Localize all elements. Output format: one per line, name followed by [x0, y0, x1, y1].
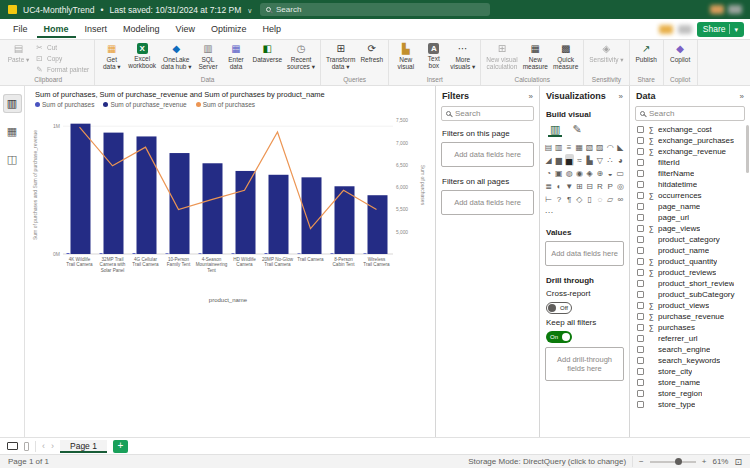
- field-product_subCategory[interactable]: product_subCategory: [630, 289, 750, 300]
- new-measure-button[interactable]: ▦New measure: [521, 41, 550, 75]
- field-product_category[interactable]: product_category: [630, 234, 750, 245]
- new-visual-calculation-button[interactable]: ⊞New visual calculation: [484, 41, 519, 75]
- zoom-out-icon[interactable]: −: [639, 457, 644, 466]
- field-checkbox[interactable]: [637, 401, 644, 408]
- visual-icon-treemap[interactable]: ▣: [554, 167, 563, 179]
- format-visual-tab[interactable]: ✎: [570, 122, 583, 137]
- field-checkbox[interactable]: [637, 137, 644, 144]
- zoom-slider[interactable]: [650, 461, 696, 463]
- field-exchange_cost[interactable]: ∑exchange_cost: [630, 124, 750, 135]
- tab-file[interactable]: File: [6, 21, 35, 38]
- autosave-caret-icon[interactable]: [247, 4, 252, 15]
- field-search_keywords[interactable]: search_keywords: [630, 355, 750, 366]
- visual-icon-line-chart[interactable]: ◠: [606, 141, 615, 153]
- visual-icon-narrative[interactable]: ¶: [565, 193, 574, 205]
- storage-mode-text[interactable]: Storage Mode: DirectQuery (click to chan…: [468, 457, 626, 466]
- field-exchange_revenue[interactable]: ∑exchange_revenue: [630, 146, 750, 157]
- field-checkbox[interactable]: [637, 236, 644, 243]
- field-checkbox[interactable]: [637, 390, 644, 397]
- values-dropzone[interactable]: Add data fields here: [545, 241, 624, 266]
- visual-icon-q-and-a[interactable]: ?: [554, 193, 563, 205]
- visual-icon-pie-chart[interactable]: ◕: [616, 154, 625, 166]
- field-checkbox[interactable]: [637, 247, 644, 254]
- table-view-icon[interactable]: ▦: [3, 122, 22, 141]
- field-checkbox[interactable]: [637, 335, 644, 342]
- field-page_name[interactable]: page_name: [630, 201, 750, 212]
- onelake-data-hub-button[interactable]: ◆OneLake data hub ▾: [159, 41, 193, 75]
- field-hitdatetime[interactable]: hitdatetime: [630, 179, 750, 190]
- field-store_region[interactable]: store_region: [630, 388, 750, 399]
- format-painter-button[interactable]: ✎Format painter: [33, 65, 91, 74]
- quick-measure-button[interactable]: ▩Quick measure: [551, 41, 580, 75]
- field-checkbox[interactable]: [637, 170, 644, 177]
- next-page-icon[interactable]: ›: [51, 441, 54, 451]
- field-checkbox[interactable]: [637, 346, 644, 353]
- visual-icon-clustered-bar-chart[interactable]: ≡: [565, 141, 574, 153]
- visual-icon-stacked-column-chart[interactable]: ▥: [554, 141, 563, 153]
- visual-icon-stacked-area-chart[interactable]: ◢: [544, 154, 553, 166]
- collapse-filters-icon[interactable]: [529, 91, 533, 101]
- field-checkbox[interactable]: [637, 126, 644, 133]
- data-pane-scrollbar[interactable]: [746, 125, 749, 173]
- field-product_quantity[interactable]: ∑product_quantity: [630, 256, 750, 267]
- visual-icon-r-script-visual[interactable]: R: [595, 180, 604, 192]
- field-search_engine[interactable]: search_engine: [630, 344, 750, 355]
- field-store_name[interactable]: store_name: [630, 377, 750, 388]
- cut-button[interactable]: ✂Cut: [33, 43, 91, 52]
- cross-report-toggle[interactable]: Off: [546, 302, 572, 314]
- visual-icon-card[interactable]: ▭: [616, 167, 625, 179]
- collapse-data-icon[interactable]: [740, 91, 744, 101]
- visual-icon-paginated-report[interactable]: ▯: [585, 193, 594, 205]
- visual-icon-multi-row-card[interactable]: ≣: [544, 180, 553, 192]
- visual-icon-slicer[interactable]: ▼: [565, 180, 574, 192]
- field-checkbox[interactable]: [637, 357, 644, 364]
- field-checkbox[interactable]: [637, 313, 644, 320]
- desktop-layout-icon[interactable]: [7, 442, 18, 450]
- visual-icon-matrix[interactable]: ⊟: [585, 180, 594, 192]
- field-checkbox[interactable]: [637, 203, 644, 210]
- previous-page-icon[interactable]: ‹: [42, 441, 45, 451]
- tab-view[interactable]: View: [169, 21, 202, 38]
- recent-sources-button[interactable]: ◷Recent sources ▾: [285, 41, 317, 75]
- filters-all-dropzone[interactable]: Add data fields here: [441, 190, 534, 215]
- field-checkbox[interactable]: [637, 225, 644, 232]
- transform-data-button[interactable]: ⊞Transform data ▾: [324, 41, 357, 75]
- field-checkbox[interactable]: [637, 181, 644, 188]
- field-page_views[interactable]: ∑page_views: [630, 223, 750, 234]
- new-page-button[interactable]: +: [113, 440, 128, 453]
- visual-icon-area-chart[interactable]: ◣: [616, 141, 625, 153]
- field-checkbox[interactable]: [637, 302, 644, 309]
- visual-icon-donut-chart[interactable]: ◔: [544, 167, 553, 179]
- paste-button[interactable]: ▤Paste ▾: [5, 41, 32, 75]
- visual-icon-funnel-chart[interactable]: ▽: [595, 154, 604, 166]
- field-checkbox[interactable]: [637, 291, 644, 298]
- line-and-clustered-column-visual[interactable]: Sum of purchases, Sum of purchase_revenu…: [29, 88, 433, 308]
- field-referrer_url[interactable]: referrer_url: [630, 333, 750, 344]
- field-purchases[interactable]: ∑purchases: [630, 322, 750, 333]
- field-exchange_purchases[interactable]: ∑exchange_purchases: [630, 135, 750, 146]
- tab-insert[interactable]: Insert: [78, 21, 115, 38]
- field-checkbox[interactable]: [637, 192, 644, 199]
- new-visual-button[interactable]: ▙New visual: [392, 41, 419, 75]
- visual-icon-power-automate[interactable]: ∞: [616, 193, 625, 205]
- share-dropdown-icon[interactable]: [734, 24, 738, 34]
- report-view-icon[interactable]: ▥: [3, 94, 22, 113]
- visual-icon-filled-map[interactable]: ◉: [575, 167, 584, 179]
- visual-icon-arcgis-map[interactable]: ◌: [595, 193, 604, 205]
- sensitivity-button[interactable]: ◈Sensitivity ▾: [587, 41, 625, 75]
- visual-icon-shape-map[interactable]: ◈: [585, 167, 594, 179]
- page-tab[interactable]: Page 1: [60, 440, 107, 453]
- visual-icon-decomposition-tree[interactable]: ⊢: [544, 193, 553, 205]
- field-checkbox[interactable]: [637, 214, 644, 221]
- field-product_name[interactable]: product_name: [630, 245, 750, 256]
- excel-workbook-button[interactable]: XExcel workbook: [126, 41, 158, 75]
- mobile-layout-icon[interactable]: [24, 442, 29, 451]
- field-checkbox[interactable]: [637, 324, 644, 331]
- field-page_url[interactable]: page_url: [630, 212, 750, 223]
- field-occurrences[interactable]: ∑occurrences: [630, 190, 750, 201]
- field-purchase_revenue[interactable]: ∑purchase_revenue: [630, 311, 750, 322]
- drill-through-dropzone[interactable]: Add drill-through fields here: [545, 347, 624, 381]
- visual-icon-map[interactable]: ◍: [565, 167, 574, 179]
- visual-icon-100-stacked-column-chart[interactable]: ▨: [595, 141, 604, 153]
- more-visuals-button[interactable]: ⋯More visuals ▾: [448, 41, 477, 75]
